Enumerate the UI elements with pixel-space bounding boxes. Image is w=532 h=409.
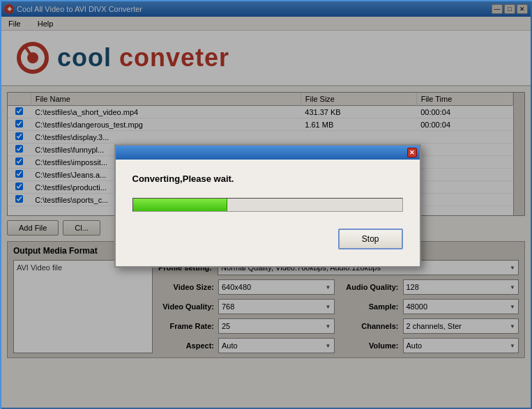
stop-button[interactable]: Stop	[338, 229, 403, 249]
modal-message: Converting,Please wait.	[132, 173, 403, 184]
modal-footer: Stop	[132, 229, 403, 252]
modal-close-button[interactable]: ✕	[407, 148, 417, 157]
window-frame: ❖ Cool All Video to AVI DIVX Converter —…	[0, 0, 532, 409]
modal-body: Converting,Please wait. Stop	[116, 160, 420, 266]
modal-overlay: ✕ Converting,Please wait. Stop	[1, 1, 532, 409]
modal-title-bar: ✕	[116, 146, 420, 160]
converting-modal: ✕ Converting,Please wait. Stop	[114, 144, 421, 268]
progress-bar-container	[132, 198, 403, 212]
progress-bar	[133, 199, 227, 211]
